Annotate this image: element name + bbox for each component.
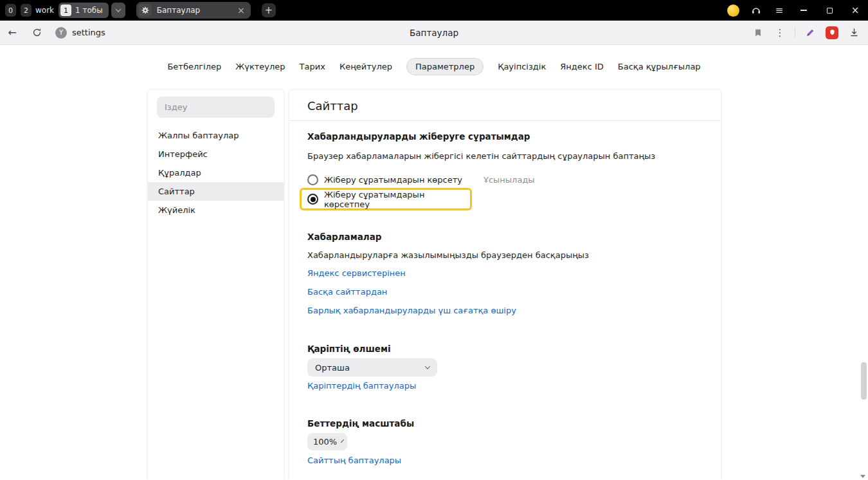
section-notification-requests-heading: Хабарландыруларды жіберуге сұратымдар xyxy=(307,131,530,142)
shield-badge xyxy=(826,26,838,39)
sidebar-list: Жалпы баптаулар Интерфейс Құралдар Сайтт… xyxy=(148,126,284,219)
search-wrap xyxy=(157,97,275,118)
section-font-size-heading: Қаріптің өлшемі xyxy=(307,344,391,354)
link-mute-all-notifications[interactable]: Барлық хабарландыруларды үш сағатқа өшір… xyxy=(307,306,516,315)
settings-content: Сайттар Хабарландыруларды жіберуге сұрат… xyxy=(289,90,721,480)
link-yandex-services[interactable]: Яндекс сервистерінен xyxy=(307,268,406,278)
chevron-down-icon xyxy=(115,6,120,12)
page-scale-select-value: 100% xyxy=(313,437,337,447)
toolbar-divider xyxy=(795,28,795,38)
minimize-icon xyxy=(800,10,807,11)
nav-tab-yandex-id[interactable]: Яндекс ID xyxy=(560,59,604,75)
refresh-button[interactable] xyxy=(24,21,49,45)
protect-shield-icon[interactable] xyxy=(822,23,842,43)
tab-bar-left: 0 2 work 1 1 тобы xyxy=(0,2,276,19)
font-size-select-value: Орташа xyxy=(315,363,350,373)
toolbar-right: ⋮ xyxy=(748,23,868,43)
section-page-scale-heading: Беттердің масштабы xyxy=(307,418,414,429)
work-group-badge: 2 xyxy=(21,4,32,17)
close-button[interactable]: × xyxy=(842,0,868,21)
browser-window: 0 2 work 1 1 тобы xyxy=(0,0,868,480)
minimize-button[interactable] xyxy=(791,0,817,21)
radio-option-label: Жіберу сұратымдарын көрсетпеу xyxy=(324,190,470,209)
sidebar-item-general[interactable]: Жалпы баптаулар xyxy=(148,126,284,145)
nav-tab-security[interactable]: Қауіпсіздік xyxy=(498,59,546,75)
section-notification-requests-description: Браузер хабарламаларын жібергісі келетін… xyxy=(307,151,655,161)
settings-sidebar: Жалпы баптаулар Интерфейс Құралдар Сайтт… xyxy=(148,90,284,480)
radio-selected-icon[interactable] xyxy=(307,194,318,205)
nav-tab-bookmarks[interactable]: Бетбелгілер xyxy=(167,59,221,75)
menu-icon[interactable]: ≡ xyxy=(768,0,791,21)
tab-settings[interactable]: Баптаулар × xyxy=(136,2,251,19)
link-font-settings[interactable]: Қаріптердің баптаулары xyxy=(307,381,416,391)
tab-group-work[interactable]: 2 work xyxy=(21,4,54,17)
group-dropdown-button[interactable] xyxy=(111,3,125,18)
nav-tab-extensions[interactable]: Кеңейтулер xyxy=(339,59,392,75)
toolbar: ← Y settings Баптаулар ⋮ xyxy=(0,21,868,45)
tab-bar-right: ≡ × xyxy=(721,0,868,21)
tab-counter-badge[interactable]: 0 xyxy=(5,4,16,17)
back-button[interactable]: ← xyxy=(0,21,24,45)
new-tab-button[interactable]: + xyxy=(262,3,276,17)
kebab-menu-icon[interactable]: ⋮ xyxy=(770,23,790,43)
settings-nav: Бетбелгілер Жүктеулер Тарих Кеңейтулер П… xyxy=(0,57,868,76)
chevron-down-icon xyxy=(341,439,344,443)
radio-option-show-requests[interactable]: Жіберу сұратымдарын көрсету Ұсынылады xyxy=(307,174,535,185)
tab-bar: 0 2 work 1 1 тобы xyxy=(0,0,868,21)
nav-tab-history[interactable]: Тарих xyxy=(300,59,325,75)
active-group-badge: 1 xyxy=(60,5,71,16)
action-highlight-box: Жіберу сұратымдарын көрсетпеу xyxy=(300,188,472,210)
avatar xyxy=(727,5,739,17)
nav-tab-downloads[interactable]: Жүктеулер xyxy=(235,59,285,75)
profile-avatar[interactable] xyxy=(721,0,745,21)
title-divider xyxy=(289,120,721,121)
page-scale-select[interactable]: 100% xyxy=(307,433,347,450)
maximize-button[interactable] xyxy=(817,0,842,21)
section-notifications-description: Хабарландыруларға жазылымыңызды браузерд… xyxy=(307,250,589,260)
toolbar-page-title: Баптаулар xyxy=(0,28,868,38)
work-group-label: work xyxy=(35,6,54,15)
scrollbar-thumb[interactable] xyxy=(861,362,867,400)
sidebar-item-interface[interactable]: Интерфейс xyxy=(148,145,284,163)
nav-tab-other-devices[interactable]: Басқа құрылғылар xyxy=(618,59,701,75)
downloads-icon[interactable] xyxy=(844,23,864,43)
maximize-icon xyxy=(827,8,833,14)
radio-option-hide-requests[interactable]: Жіберу сұратымдарын көрсетпеу xyxy=(302,190,470,209)
sidebar-item-tools[interactable]: Құралдар xyxy=(148,163,284,182)
nav-tab-settings[interactable]: Параметрлер xyxy=(406,58,484,75)
bookmark-icon[interactable] xyxy=(748,23,768,43)
scrollbar-down-arrow[interactable] xyxy=(860,475,865,478)
pen-extension-icon[interactable] xyxy=(800,23,820,43)
tab-title: Баптаулар xyxy=(157,6,232,15)
gear-icon xyxy=(139,4,152,17)
sidebar-item-system[interactable]: Жүйелік xyxy=(148,201,284,219)
radio-option-label: Жіберу сұратымдарын көрсету xyxy=(324,175,462,185)
tab-close-icon[interactable]: × xyxy=(237,6,245,15)
sidebar-item-sites[interactable]: Сайттар xyxy=(148,182,284,201)
site-favicon: Y xyxy=(55,27,67,39)
active-group-label: 1 тобы xyxy=(75,6,103,15)
search-input[interactable] xyxy=(157,97,275,118)
content-title: Сайттар xyxy=(307,99,358,113)
link-other-sites[interactable]: Басқа сайттардан xyxy=(307,287,387,297)
tab-group-active[interactable]: 1 1 тобы xyxy=(59,3,109,18)
font-size-select[interactable]: Орташа xyxy=(307,358,437,376)
chevron-down-icon xyxy=(425,364,430,369)
address-bar[interactable]: Y settings xyxy=(55,27,105,39)
section-notifications-heading: Хабарламалар xyxy=(307,232,382,242)
link-site-settings[interactable]: Сайттың баптаулары xyxy=(307,456,401,465)
radio-unselected-icon[interactable] xyxy=(307,174,318,185)
headset-icon[interactable] xyxy=(745,0,768,21)
url-text: settings xyxy=(72,28,105,37)
recommended-hint: Ұсынылады xyxy=(484,175,535,185)
